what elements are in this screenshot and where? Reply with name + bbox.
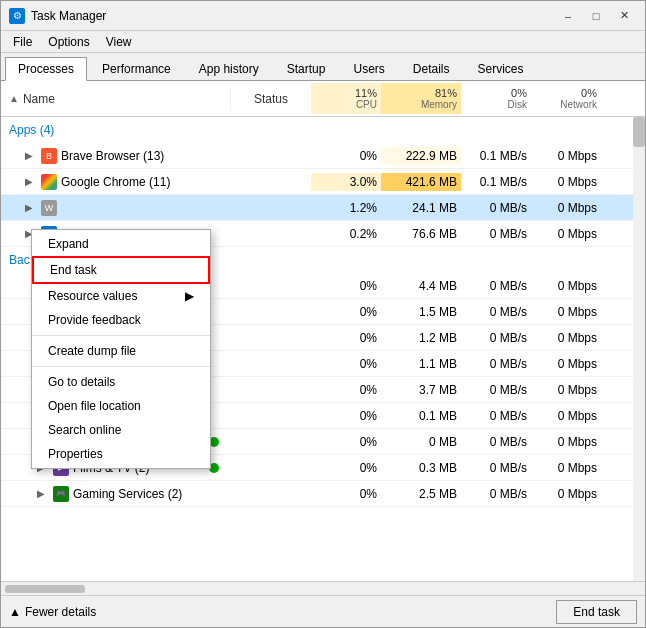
expand-brave-icon[interactable]: ▶ [25,150,37,161]
row-bg4-cpu: 0% [311,355,381,373]
apps-group-header: Apps (4) [1,117,645,143]
row-gaming-disk: 0 MB/s [461,485,531,503]
ctx-search-online[interactable]: Search online [32,418,210,442]
row-features-cpu: 0% [311,407,381,425]
ctx-open-file[interactable]: Open file location [32,394,210,418]
row-gaming-status [231,492,311,496]
menu-view[interactable]: View [98,33,140,51]
fewer-details-button[interactable]: ▲ Fewer details [9,605,96,619]
row-item3-disk: 0 MB/s [461,199,531,217]
ctx-create-dump[interactable]: Create dump file [32,339,210,363]
scrollbar-track[interactable] [633,117,645,581]
ctx-end-task[interactable]: End task [32,256,210,284]
row-bg4-mem: 1.1 MB [381,355,461,373]
menu-file[interactable]: File [5,33,40,51]
row-gaming-net: 0 Mbps [531,485,601,503]
row-bg5-disk: 0 MB/s [461,381,531,399]
row-gaming[interactable]: ▶ 🎮 Gaming Services (2) 0% 2.5 MB 0 MB/s… [1,481,645,507]
row-feeds-net: 0 Mbps [531,433,601,451]
row-bg3-disk: 0 MB/s [461,329,531,347]
row-chrome-net: 0 Mbps [531,173,601,191]
row-bg3-status [231,336,311,340]
row-bg3-net: 0 Mbps [531,329,601,347]
row-feeds-mem: 0 MB [381,433,461,451]
row-item4-mem: 76.6 MB [381,225,461,243]
row-films-status [231,466,311,470]
tab-users[interactable]: Users [340,57,397,80]
tab-app-history[interactable]: App history [186,57,272,80]
col-cpu-header[interactable]: 11% CPU [311,83,381,114]
tab-startup[interactable]: Startup [274,57,339,80]
row-gaming-mem: 2.5 MB [381,485,461,503]
expand-item3-icon[interactable]: ▶ [25,202,37,213]
row-bg2-mem: 1.5 MB [381,303,461,321]
item3-icon: W [41,200,57,216]
row-features-disk: 0 MB/s [461,407,531,425]
row-item3-status [231,206,311,210]
row-bg1-net: 0 Mbps [531,277,601,295]
col-net-header[interactable]: 0% Network [531,83,601,114]
row-chrome-cpu: 3.0% [311,173,381,191]
tab-processes[interactable]: Processes [5,57,87,81]
row-brave-mem: 222.9 MB [381,147,461,165]
footer: ▲ Fewer details End task [1,595,645,627]
row-chrome-status [231,180,311,184]
ctx-resource-values[interactable]: Resource values ▶ [32,284,210,308]
expand-chrome-icon[interactable]: ▶ [25,176,37,187]
row-bg1-cpu: 0% [311,277,381,295]
scrollbar-thumb[interactable] [633,117,645,147]
row-bg4-disk: 0 MB/s [461,355,531,373]
col-mem-header[interactable]: 81% Memory [381,83,461,114]
row-bg5-mem: 3.7 MB [381,381,461,399]
row-item3-name: ▶ W [1,198,231,218]
row-bg1-disk: 0 MB/s [461,277,531,295]
row-bg1-mem: 4.4 MB [381,277,461,295]
ctx-provide-feedback[interactable]: Provide feedback [32,308,210,332]
row-chrome[interactable]: ▶ Google Chrome (11) 3.0% 421.6 MB 0.1 M… [1,169,645,195]
maximize-button[interactable]: □ [583,6,609,26]
app-icon: ⚙ [9,8,25,24]
row-brave[interactable]: ▶ B Brave Browser (13) 0% 222.9 MB 0.1 M… [1,143,645,169]
col-status-header: Status [231,88,311,110]
ctx-expand[interactable]: Expand [32,232,210,256]
submenu-arrow-icon: ▶ [185,289,194,303]
fewer-details-arrow-icon: ▲ [9,605,21,619]
menu-options[interactable]: Options [40,33,97,51]
horiz-scroll-thumb[interactable] [5,585,85,593]
row-features-net: 0 Mbps [531,407,601,425]
row-brave-net: 0 Mbps [531,147,601,165]
tab-details[interactable]: Details [400,57,463,80]
row-features-status [231,414,311,418]
expand-gaming-icon[interactable]: ▶ [37,488,49,499]
ctx-go-to-details[interactable]: Go to details [32,370,210,394]
row-gaming-name: ▶ 🎮 Gaming Services (2) [1,484,231,504]
horizontal-scrollbar[interactable] [1,581,645,595]
main-content: ▲ Name Status 11% CPU 81% Memory 0% Disk… [1,81,645,595]
row-feeds-disk: 0 MB/s [461,433,531,451]
row-item4-net: 0 Mbps [531,225,601,243]
row-item3-cpu: 1.2% [311,199,381,217]
chrome-icon [41,174,57,190]
ctx-properties[interactable]: Properties [32,442,210,466]
row-features-mem: 0.1 MB [381,407,461,425]
row-bg2-disk: 0 MB/s [461,303,531,321]
row-chrome-disk: 0.1 MB/s [461,173,531,191]
row-bg1-status [231,284,311,288]
row-item3-net: 0 Mbps [531,199,601,217]
minimize-button[interactable]: – [555,6,581,26]
col-name-header[interactable]: ▲ Name [1,88,231,110]
window-controls: – □ ✕ [555,6,637,26]
col-disk-header[interactable]: 0% Disk [461,83,531,114]
tab-services[interactable]: Services [465,57,537,80]
close-button[interactable]: ✕ [611,6,637,26]
row-item4-cpu: 0.2% [311,225,381,243]
row-chrome-mem: 421.6 MB [381,173,461,191]
row-bg4-net: 0 Mbps [531,355,601,373]
tab-performance[interactable]: Performance [89,57,184,80]
end-task-footer-button[interactable]: End task [556,600,637,624]
gaming-icon: 🎮 [53,486,69,502]
row-films-net: 0 Mbps [531,459,601,477]
row-bg4-status [231,362,311,366]
row-item3[interactable]: ▶ W 1.2% 24.1 MB 0 MB/s 0 Mbps [1,195,645,221]
row-films-mem: 0.3 MB [381,459,461,477]
